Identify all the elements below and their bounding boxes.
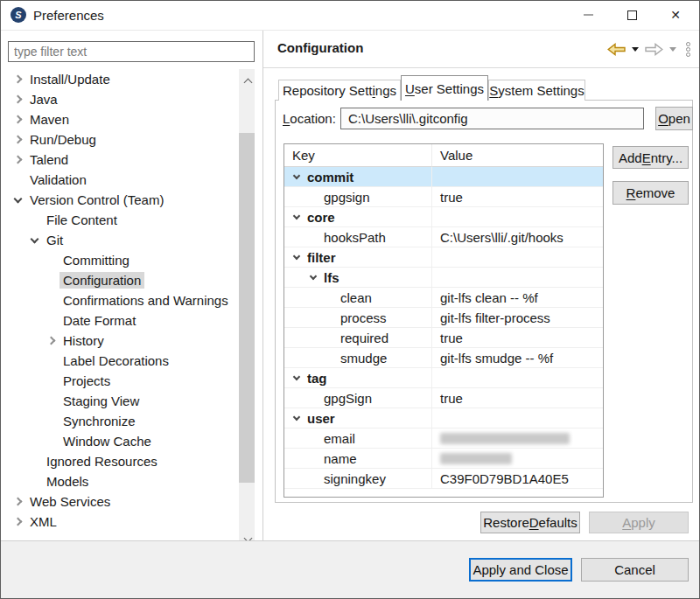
chevron-down-icon[interactable] — [310, 272, 317, 279]
location-label: Location: — [283, 111, 336, 126]
chevron-right-icon[interactable] — [14, 95, 23, 104]
remove-button[interactable]: Remove — [612, 181, 689, 205]
column-header-value[interactable]: Value — [432, 144, 603, 167]
tree-item[interactable]: Projects — [1, 371, 239, 391]
table-row[interactable]: tag — [284, 368, 603, 388]
restore-defaults-button[interactable]: Restore Defaults — [480, 512, 580, 533]
table-value: true — [432, 328, 603, 348]
tab-system-settings[interactable]: System Settings — [488, 80, 585, 101]
table-row[interactable]: gpgSign true — [284, 388, 603, 408]
table-value — [432, 207, 603, 227]
tree-item[interactable]: Committing — [1, 250, 239, 270]
scroll-up-icon[interactable] — [243, 73, 250, 80]
chevron-right-icon[interactable] — [14, 498, 23, 506]
table-row[interactable]: process git-lfs filter-process — [284, 308, 603, 328]
table-row[interactable]: filter — [284, 247, 603, 268]
tree-item[interactable]: Talend — [1, 150, 239, 170]
tree-item[interactable]: Window Cache — [1, 431, 239, 451]
chevron-down-icon[interactable] — [293, 413, 300, 420]
tree-item[interactable]: Ignored Resources — [1, 451, 239, 471]
close-button[interactable]: ✕ — [654, 1, 697, 29]
filter-input[interactable] — [8, 41, 255, 62]
tree-item[interactable]: Java — [1, 89, 239, 109]
redacted-value — [440, 433, 570, 444]
app-icon: S — [10, 7, 26, 23]
chevron-right-icon[interactable] — [14, 136, 23, 144]
tree-item-label: Window Cache — [63, 434, 151, 449]
tree-scrollbar[interactable] — [239, 69, 255, 540]
location-field[interactable]: C:\Users\lli\.gitconfig — [340, 108, 644, 129]
tree-item-label: Validation — [30, 172, 87, 187]
tree-item[interactable]: Models — [1, 471, 239, 491]
chevron-right-icon[interactable] — [14, 156, 23, 164]
tree-item-label: Label Decorations — [63, 353, 169, 368]
table-row[interactable]: user — [284, 408, 603, 428]
tree-item[interactable]: Confirmations and Warnings — [1, 290, 239, 310]
chevron-down-icon[interactable] — [31, 234, 39, 243]
apply-and-close-button[interactable]: Apply and Close — [469, 558, 572, 582]
minimize-icon — [584, 14, 593, 16]
chevron-down-icon[interactable] — [293, 212, 300, 219]
table-row[interactable]: signingkey C39F0D79BD1A40E5 — [284, 469, 603, 489]
table-key: signingkey — [324, 471, 386, 486]
table-row[interactable]: gpgsign true — [284, 187, 603, 207]
chevron-down-icon[interactable] — [293, 171, 300, 178]
chevron-down-icon[interactable] — [293, 252, 300, 259]
view-menu-icon[interactable] — [686, 42, 690, 57]
tree-item[interactable]: Synchronize — [1, 411, 239, 431]
forward-dropdown-icon[interactable] — [669, 47, 676, 52]
tree-item[interactable]: Date Format — [1, 310, 239, 331]
back-icon[interactable] — [607, 43, 626, 56]
chevron-right-icon[interactable] — [14, 75, 23, 84]
table-value: true — [432, 187, 603, 207]
forward-icon[interactable] — [645, 43, 663, 56]
table-row[interactable]: commit — [284, 167, 603, 187]
preferences-dialog: S Preferences ✕ Install/Update Java Mave… — [0, 0, 700, 599]
tree-item[interactable]: Run/Debug — [1, 129, 239, 150]
column-header-key[interactable]: Key — [284, 144, 432, 167]
table-row[interactable]: email — [284, 428, 603, 449]
tree-item[interactable]: Install/Update — [1, 69, 239, 89]
table-row[interactable]: clean git-lfs clean -- %f — [284, 288, 603, 308]
add-entry-button[interactable]: Add Entry... — [612, 146, 689, 169]
table-row[interactable]: hooksPath C:\Users\lli/.git/hooks — [284, 227, 603, 247]
tree-item[interactable]: Git — [1, 230, 239, 250]
tree-item[interactable]: Label Decorations — [1, 351, 239, 371]
cancel-button[interactable]: Cancel — [581, 558, 689, 582]
maximize-button[interactable] — [610, 1, 654, 29]
tree-item[interactable]: Validation — [1, 170, 239, 190]
table-header: Key Value — [284, 144, 603, 167]
table-value: git-lfs filter-process — [432, 308, 603, 328]
chevron-down-icon[interactable] — [14, 194, 23, 203]
maximize-icon — [627, 10, 637, 20]
table-value: git-lfs smudge -- %f — [432, 348, 603, 368]
minimize-button[interactable] — [566, 1, 610, 29]
chevron-right-icon[interactable] — [47, 337, 56, 345]
tab-user-settings[interactable]: User Settings — [401, 75, 488, 101]
table-row[interactable]: required true — [284, 328, 603, 348]
scroll-down-icon[interactable] — [243, 529, 250, 536]
tree-item[interactable]: Web Services — [1, 491, 239, 512]
table-key: email — [324, 431, 355, 446]
table-row[interactable]: name — [284, 449, 603, 469]
table-key: process — [340, 310, 387, 325]
tree-item[interactable]: History — [1, 331, 239, 351]
scrollbar-thumb[interactable] — [239, 133, 255, 483]
chevron-down-icon[interactable] — [293, 373, 300, 380]
open-button[interactable]: Open — [655, 107, 693, 130]
tree-item-selected[interactable]: Configuration — [1, 270, 239, 290]
tree-item[interactable]: Maven — [1, 109, 239, 129]
tree-item-label: Talend — [30, 152, 68, 167]
table-key: hooksPath — [324, 230, 386, 245]
chevron-right-icon[interactable] — [14, 518, 23, 526]
chevron-right-icon[interactable] — [14, 115, 23, 124]
tab-repository-settings[interactable]: Repository Settings — [278, 80, 401, 101]
tree-item[interactable]: XML — [1, 512, 239, 532]
tree-item[interactable]: Staging View — [1, 391, 239, 411]
table-row[interactable]: lfs — [284, 268, 603, 288]
table-row[interactable]: core — [284, 207, 603, 227]
tree-item[interactable]: File Content — [1, 210, 239, 230]
tree-item[interactable]: Version Control (Team) — [1, 190, 239, 210]
table-row[interactable]: smudge git-lfs smudge -- %f — [284, 348, 603, 368]
back-dropdown-icon[interactable] — [632, 47, 639, 52]
